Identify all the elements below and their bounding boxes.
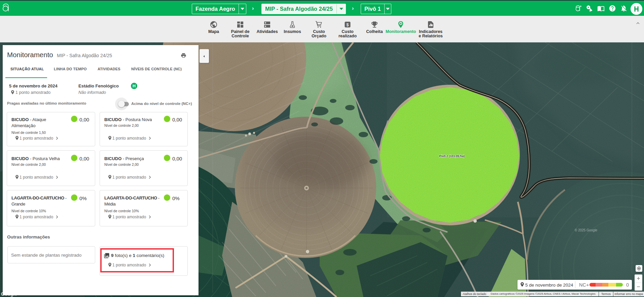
svg-text:Pivô 2 (101,05 ha): Pivô 2 (101,05 ha) xyxy=(439,154,465,158)
svg-text:$: $ xyxy=(347,23,349,27)
svg-text:© 2025 Google: © 2025 Google xyxy=(575,228,598,232)
